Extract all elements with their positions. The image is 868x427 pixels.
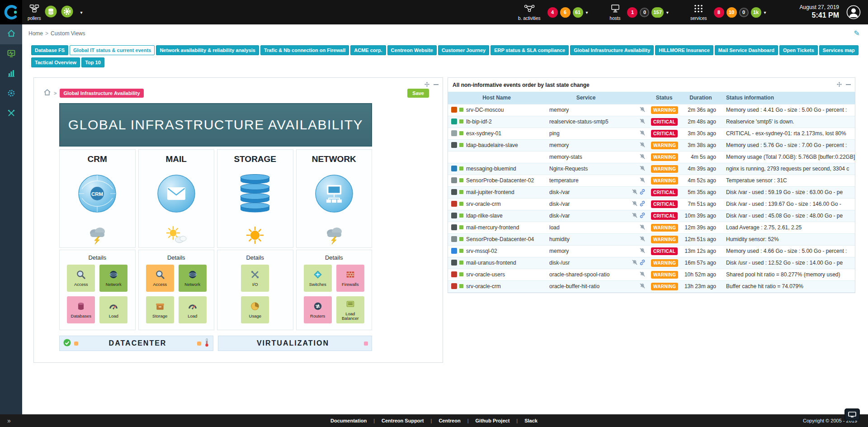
link-icon[interactable]: [639, 214, 646, 220]
counter-badge-critical[interactable]: 1: [627, 7, 637, 18]
service-name-link[interactable]: disk-/var: [549, 213, 570, 219]
host-name-link[interactable]: ldap-rilke-slave: [466, 213, 503, 219]
save-button[interactable]: Save: [407, 89, 429, 98]
counter-badge-critical[interactable]: 8: [714, 7, 724, 18]
counter-badge-warning[interactable]: 6: [560, 7, 571, 18]
tab-hillmore-insurance[interactable]: HILLMORE Insurance: [655, 45, 713, 55]
link-icon[interactable]: [639, 190, 646, 196]
tab-trafic-nb-connection-on-firewall[interactable]: Trafic & Nb connection on Firewall: [260, 45, 349, 55]
edit-views-pencil-icon[interactable]: ✎: [854, 30, 860, 37]
service-name-link[interactable]: disk-/var: [549, 189, 570, 195]
tab-tactical-overview[interactable]: Tactical Overview: [31, 57, 80, 67]
tab-database-fs[interactable]: Database FS: [31, 45, 68, 55]
counter-badge-critical[interactable]: 4: [547, 7, 558, 18]
footer-link-slack[interactable]: Slack: [524, 418, 538, 423]
host-name-link[interactable]: esx-sydney-01: [466, 130, 501, 137]
service-name-link[interactable]: memory: [549, 107, 569, 113]
counter-badge-warning[interactable]: 10: [726, 7, 737, 18]
chevron-down-icon[interactable]: ▾: [764, 10, 766, 15]
col-status-information[interactable]: Status information: [722, 92, 855, 104]
host-name-link[interactable]: SensorProbe-Datacenter-04: [466, 236, 534, 242]
service-name-link[interactable]: disk-/var: [549, 201, 570, 207]
service-name-link[interactable]: load: [549, 224, 560, 231]
service-name-link[interactable]: temperature: [549, 177, 579, 184]
service-name-link[interactable]: oracle-buffer-hit-ratio: [549, 283, 599, 289]
map-home-icon[interactable]: [44, 89, 51, 97]
breadcrumb-current[interactable]: Custom Views: [51, 30, 85, 37]
host-name-link[interactable]: mail-jupiter-frontend: [466, 189, 514, 195]
tab-global-infrastructure-availability[interactable]: Global Infrastructure Availability: [570, 45, 654, 55]
host-name-link[interactable]: lb-bip-idf-2: [466, 119, 492, 125]
chevron-down-icon[interactable]: ▾: [666, 10, 669, 15]
service-name-link[interactable]: memory-stats: [549, 154, 582, 160]
host-name-link[interactable]: srv-oracle-crm: [466, 283, 501, 289]
business-activities-group[interactable]: b. activities 4661 ▾: [518, 4, 588, 21]
counter-badge-none[interactable]: 0: [739, 8, 749, 17]
sidebar-item-reporting[interactable]: [0, 64, 22, 84]
host-name-link[interactable]: srv-mssql-02: [466, 248, 497, 254]
counter-badge-ok[interactable]: 61: [573, 7, 583, 18]
user-avatar[interactable]: [846, 5, 861, 19]
host-name-link[interactable]: mail-uranus-frontend: [466, 260, 516, 266]
service-name-link[interactable]: memory: [549, 142, 569, 148]
host-name-link[interactable]: srv-DC-moscou: [466, 107, 504, 113]
host-name-link[interactable]: messaging-bluemind: [466, 166, 516, 172]
sidebar-item-administration[interactable]: [0, 104, 22, 124]
service-name-link[interactable]: humidity: [549, 236, 570, 242]
service-name-link[interactable]: memory: [549, 248, 569, 254]
tab-customer-journey[interactable]: Customer Journey: [438, 45, 489, 55]
widget-collapse-icon[interactable]: [434, 84, 439, 85]
tab-centreon-website[interactable]: Centreon Website: [387, 45, 437, 55]
tab-global-it-status-current-events[interactable]: Global IT status & current events: [70, 45, 155, 55]
host-name-link[interactable]: srv-oracle-users: [466, 271, 505, 278]
chevron-down-icon[interactable]: ▾: [80, 10, 82, 15]
service-name-link[interactable]: realservice-status-smtp5: [549, 119, 609, 125]
pollers-group[interactable]: pollers ▾: [28, 4, 83, 21]
service-name-link[interactable]: ping: [549, 130, 560, 137]
col-status[interactable]: Status: [648, 92, 680, 104]
widget-move-icon[interactable]: [837, 81, 842, 89]
poller-database-status-icon[interactable]: [45, 5, 57, 19]
tab-open-tickets[interactable]: Open Tickets: [779, 45, 818, 55]
footer-link-github-project[interactable]: Github Project: [476, 418, 510, 423]
hosts-group[interactable]: hosts 10157 ▾: [610, 4, 669, 21]
widget-move-icon[interactable]: [425, 81, 429, 89]
map-path-badge[interactable]: Global Infrastructure Availability: [60, 89, 143, 98]
widget-collapse-icon[interactable]: [846, 84, 851, 85]
tab-erp-status-sla-compliance[interactable]: ERP status & SLA compliance: [491, 45, 569, 55]
host-name-link[interactable]: SensorProbe-Datacenter-02: [466, 177, 534, 184]
col-duration[interactable]: Duration: [680, 92, 722, 104]
tab-top-10[interactable]: Top 10: [81, 57, 104, 67]
tab-network-availability-reliability-analysis[interactable]: Network availability & reliability analy…: [156, 45, 259, 55]
fullscreen-button[interactable]: [844, 408, 860, 421]
tab-mail-service-dashboard[interactable]: Mail Service Dashboard: [715, 45, 778, 55]
sidebar-item-monitoring[interactable]: [0, 44, 22, 64]
breadcrumb-home-link[interactable]: Home: [28, 30, 43, 37]
tab-acme-corp[interactable]: ACME corp.: [350, 45, 386, 55]
link-icon[interactable]: [639, 261, 646, 267]
link-icon[interactable]: [639, 202, 646, 208]
host-name-link[interactable]: mail-mercury-frontend: [466, 224, 519, 231]
footer-link-centreon-support[interactable]: Centreon Support: [382, 418, 424, 423]
counter-badge-none[interactable]: 0: [640, 8, 649, 17]
services-group[interactable]: services 81001k ▾: [690, 4, 766, 21]
chevron-down-icon[interactable]: ▾: [586, 10, 588, 15]
hosts-label: hosts: [610, 16, 621, 21]
service-name-link[interactable]: oracle-shared-spool-ratio: [549, 271, 609, 278]
counter-badge-ok[interactable]: 157: [651, 7, 663, 18]
service-name-link[interactable]: Nginx-Requests: [549, 166, 588, 172]
col-service[interactable]: Service: [545, 92, 627, 104]
sidebar-item-configuration[interactable]: [0, 84, 22, 104]
col-host-name[interactable]: Host Name: [448, 92, 545, 104]
host-name-link[interactable]: srv-oracle-crm: [466, 201, 501, 207]
sidebar-item-home[interactable]: [0, 24, 22, 44]
centreon-logo[interactable]: [0, 0, 22, 24]
counter-badge-ok[interactable]: 1k: [751, 7, 761, 18]
tab-services-map[interactable]: Services map: [819, 45, 859, 55]
footer-link-centreon[interactable]: Centreon: [439, 418, 460, 423]
footer-link-documentation[interactable]: Documentation: [330, 418, 367, 423]
sidebar-expand-icon[interactable]: »: [7, 418, 11, 424]
poller-latency-status-icon[interactable]: [61, 5, 73, 19]
service-name-link[interactable]: disk-/usr: [549, 260, 570, 266]
host-name-link[interactable]: ldap-baudelaire-slave: [466, 142, 518, 148]
